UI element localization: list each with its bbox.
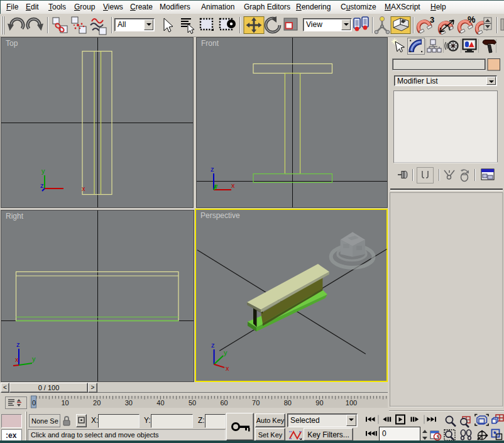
- svg-text:20: 20: [93, 399, 101, 407]
- svg-text:x: x: [15, 356, 19, 363]
- svg-text:90: 90: [315, 399, 323, 407]
- svg-text:z: z: [40, 182, 44, 189]
- svg-text:30: 30: [125, 399, 133, 407]
- svg-text:y: y: [224, 349, 227, 356]
- svg-text:50: 50: [189, 399, 196, 407]
- svg-text:80: 80: [284, 399, 292, 407]
- svg-text:70: 70: [252, 399, 260, 407]
- svg-text:60: 60: [220, 399, 227, 407]
- svg-text:3: 3: [430, 15, 434, 25]
- svg-text:x: x: [82, 185, 85, 192]
- svg-text:10: 10: [61, 399, 68, 407]
- svg-text:%: %: [468, 14, 476, 25]
- svg-text:x: x: [226, 364, 229, 372]
- svg-text:100: 100: [346, 399, 357, 407]
- svg-text:z: z: [211, 165, 214, 173]
- svg-text:y: y: [214, 182, 218, 190]
- svg-text:z: z: [211, 341, 215, 349]
- svg-text:40: 40: [156, 399, 164, 407]
- svg-text:y: y: [32, 355, 36, 363]
- svg-text:z: z: [16, 341, 20, 348]
- svg-text:x: x: [231, 182, 235, 189]
- svg-text:y: y: [41, 167, 45, 175]
- svg-text:0: 0: [32, 399, 36, 407]
